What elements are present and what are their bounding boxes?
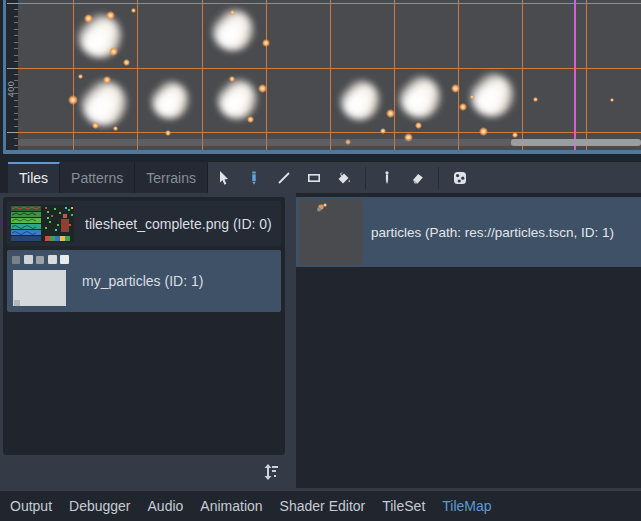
particle-puff [399,76,441,118]
select-tool[interactable] [209,164,239,192]
particle-spark [470,95,474,99]
tilemap-panel-body: tilesheet_complete.png (ID: 0)my_particl… [0,193,641,488]
panel-splitter[interactable] [288,193,296,488]
tile-source-item[interactable]: tilesheet_complete.png (ID: 0) [7,201,281,246]
tile-sources-panel: tilesheet_complete.png (ID: 0)my_particl… [0,193,288,488]
particle-spark [106,11,115,20]
bottom-tab-shader-editor[interactable]: Shader Editor [280,491,366,521]
line-tool[interactable] [269,164,299,192]
scene-2d-viewport[interactable]: 400 [0,0,641,155]
bottom-tab-animation[interactable]: Animation [200,491,262,521]
bottom-tab-debugger[interactable]: Debugger [69,491,131,521]
ruler-tick [14,126,18,127]
source-list-footer [0,455,288,488]
particle-spark [415,122,422,129]
particle-spark [113,126,118,131]
rect-tool[interactable] [299,164,329,192]
rect-icon [306,170,322,186]
ruler-tick [14,100,18,101]
magenta-guide-line [574,0,576,150]
ruler-tick [7,132,18,133]
tilemap-toolbar [209,162,475,193]
grid-line-vertical [458,0,459,150]
scene-tile-label: particles (Path: res://particles.tscn, I… [371,225,614,240]
tab-patterns[interactable]: Patterns [60,162,135,193]
particle-spark [123,59,130,66]
particle-spark [479,127,488,136]
tile-source-item[interactable]: my_particles (ID: 1) [7,250,281,312]
viewport-focus-border-bottom [3,150,641,154]
eraser-tool[interactable] [402,164,432,192]
scene-tile-item[interactable]: particles (Path: res://particles.tscn, I… [296,197,641,267]
ruler-tick [14,145,18,146]
tilemap-panel-header: TilesPatternsTerrains [0,155,641,193]
h-scrollbar-thumb[interactable] [511,139,641,146]
random-tile-toggle[interactable] [445,164,475,192]
tile-source-list[interactable]: tilesheet_complete.png (ID: 0)my_particl… [3,197,285,455]
particle-spark [451,84,460,93]
grid-line-vertical [522,0,523,150]
ruler-tick [14,35,18,36]
bottom-tab-audio[interactable]: Audio [148,491,184,521]
bottom-tab-tileset[interactable]: TileSet [382,491,425,521]
particle-spark [103,76,111,84]
particle-spark [109,47,118,56]
ruler-tick [7,3,18,4]
grid-line-vertical [586,0,587,150]
grid-line-vertical [330,0,331,150]
particle-spark [229,76,235,82]
bottom-tab-tilemap[interactable]: TileMap [442,491,491,521]
bottom-panel-bar: OutputDebuggerAudioAnimationShader Edito… [0,491,641,521]
particle-puff [340,80,380,120]
grid-line-vertical [266,0,267,150]
particle-spark [262,39,270,47]
vertical-ruler: 400 [6,0,18,150]
pencil-icon [246,170,262,186]
paint-tool[interactable] [239,164,269,192]
grid-line-vertical [394,0,395,150]
particle-spark [610,98,614,102]
picker-tool[interactable] [372,164,402,192]
ruler-tick [14,80,18,81]
particle-puff [212,9,254,51]
sort-sources-button[interactable] [261,462,281,482]
particle-spark [247,116,254,123]
particle-spark [165,130,171,136]
tab-terrains[interactable]: Terrains [135,162,208,193]
line-icon [276,170,292,186]
tile-source-label: my_particles (ID: 1) [82,273,203,289]
ruler-tick [14,74,18,75]
ruler-tick [14,42,18,43]
viewport-canvas[interactable] [18,0,641,150]
particle-spark [258,84,267,93]
particle-spark [533,97,538,102]
ruler-tick [14,55,18,56]
ruler-tick [14,9,18,10]
bucket-tool[interactable] [329,164,359,192]
particle-spark [380,128,386,134]
ruler-tick [14,29,18,30]
ruler-tick [14,138,18,139]
particles-scene-thumbnail [299,199,363,265]
ruler-tick [7,68,18,69]
ruler-tick [14,113,18,114]
ruler-tick [14,93,18,94]
grid-line-horizontal [18,3,641,4]
particle-spark [230,10,235,15]
grid-line-vertical [137,0,138,150]
godot-editor-window: 400 TilesPatternsTerrains tilesheet_comp… [0,0,641,521]
tilemap-tabbar: TilesPatternsTerrains [8,162,208,193]
bottom-tab-output[interactable]: Output [10,491,52,521]
sort-icon [262,463,280,481]
particle-spark [92,122,99,129]
eyedropper-icon [379,170,395,186]
viewport-focus-border-left [3,0,6,154]
tab-tiles[interactable]: Tiles [8,162,60,193]
dice-icon [452,170,468,186]
particle-spark [131,8,136,13]
particle-puff [151,81,189,119]
particle-puff [217,79,257,119]
grid-line-horizontal [18,132,641,133]
scene-tiles-list[interactable]: particles (Path: res://particles.tscn, I… [296,193,641,488]
tilesheet-thumbnail [11,205,74,242]
